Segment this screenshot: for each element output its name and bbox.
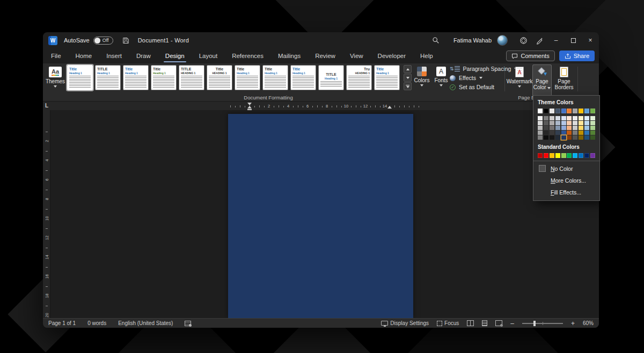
zoom-slider[interactable] [522,323,563,324]
theme-variant-swatch[interactable] [538,121,543,125]
document-canvas[interactable]: 2468101214161820 [43,110,599,318]
search-icon[interactable] [428,34,444,47]
style-set-thumbnail[interactable]: TitleHEADING 1 [207,65,232,90]
tab-home[interactable]: Home [75,50,93,62]
style-set-thumbnail[interactable]: TitleHeading 1 [235,65,260,90]
zoom-level[interactable]: 60% [583,320,594,326]
theme-variant-swatch[interactable] [573,126,577,130]
theme-variant-swatch[interactable] [573,116,577,120]
fill-effects-menu-item[interactable]: Fill Effects... [533,186,599,198]
user-avatar[interactable] [497,35,508,46]
theme-variant-swatch[interactable] [590,135,595,140]
theme-variant-swatch[interactable] [590,126,595,130]
standard-color-swatch[interactable] [544,153,548,158]
theme-variant-swatch[interactable] [567,121,572,125]
theme-variant-swatch[interactable] [561,116,566,120]
theme-color-swatch[interactable] [538,109,543,113]
theme-variant-swatch[interactable] [538,135,543,140]
tab-developer[interactable]: Developer [377,50,406,62]
style-set-thumbnail[interactable]: TitleHeading 1 [67,65,93,90]
theme-color-swatch[interactable] [579,109,583,113]
tab-mailings[interactable]: Mailings [277,50,301,62]
style-set-thumbnail[interactable]: TITLEHeading 1 [318,65,344,90]
word-count[interactable]: 0 words [87,320,106,326]
theme-variant-swatch[interactable] [555,116,560,120]
zoom-in-button[interactable]: + [571,320,575,327]
theme-variant-swatch[interactable] [579,121,583,125]
theme-color-swatch[interactable] [590,109,595,113]
tab-view[interactable]: View [349,50,364,62]
language-indicator[interactable]: English (United States) [118,320,173,326]
watermark-button[interactable]: A Watermark [508,64,531,97]
selected-color-swatch[interactable] [561,135,566,140]
theme-variant-swatch[interactable] [538,116,543,120]
style-set-thumbnail[interactable]: TitleHeading 1 [151,65,177,90]
theme-variant-swatch[interactable] [544,126,548,130]
standard-color-swatch[interactable] [573,153,577,158]
theme-color-swatch[interactable] [544,109,548,113]
tab-draw[interactable]: Draw [136,50,151,62]
close-button[interactable]: × [582,33,599,48]
style-set-thumbnail[interactable]: TitleHeading 1 [262,65,288,90]
no-color-menu-item[interactable]: No Color [533,162,599,175]
gallery-scroll-up-button[interactable] [404,65,412,73]
standard-color-swatch[interactable] [584,153,589,158]
theme-variant-swatch[interactable] [579,135,583,140]
theme-variant-swatch[interactable] [579,131,583,135]
tab-layout[interactable]: Layout [199,50,218,62]
zoom-slider-thumb[interactable] [533,321,536,326]
theme-variant-swatch[interactable] [590,121,595,125]
theme-variant-swatch[interactable] [573,121,577,125]
tab-review[interactable]: Review [314,50,336,62]
macro-record-icon[interactable] [185,321,191,326]
standard-color-swatch[interactable] [538,153,543,158]
comments-button[interactable]: Comments [506,51,554,61]
theme-variant-swatch[interactable] [550,116,554,120]
theme-variant-swatch[interactable] [584,116,589,120]
theme-variant-swatch[interactable] [550,126,554,130]
themes-button[interactable]: Aa Themes [45,64,65,97]
display-settings-button[interactable]: Display Settings [381,320,429,326]
maximize-button[interactable] [565,33,582,48]
theme-variant-swatch[interactable] [538,126,543,130]
more-colors-menu-item[interactable]: More Colors... [533,175,599,186]
theme-variant-swatch[interactable] [544,116,548,120]
theme-variant-swatch[interactable] [567,135,572,140]
tab-file[interactable]: File [50,50,62,62]
print-layout-button[interactable] [482,320,487,326]
style-set-thumbnail[interactable]: TitleHeading 1 [374,65,400,90]
page-indicator[interactable]: Page 1 of 1 [48,320,76,326]
theme-variant-swatch[interactable] [584,121,589,125]
theme-variant-swatch[interactable] [550,121,554,125]
document-page[interactable] [228,114,413,318]
theme-variant-swatch[interactable] [538,131,543,135]
standard-color-swatch[interactable] [590,153,595,158]
gallery-more-button[interactable] [404,82,412,90]
read-mode-button[interactable] [467,320,474,326]
theme-variant-swatch[interactable] [590,131,595,135]
ink-editor-pen-icon[interactable] [531,34,547,47]
theme-variant-swatch[interactable] [590,116,595,120]
theme-variant-swatch[interactable] [573,135,577,140]
theme-variant-swatch[interactable] [567,126,572,130]
tab-help[interactable]: Help [420,50,434,62]
fonts-button[interactable]: A Fonts [433,64,450,97]
user-name[interactable]: Fatima Wahab [453,37,492,44]
theme-variant-swatch[interactable] [555,126,560,130]
autosave-toggle[interactable]: Off [93,37,113,45]
theme-variant-swatch[interactable] [544,121,548,125]
theme-variant-swatch[interactable] [544,131,548,135]
zoom-out-button[interactable]: – [510,320,514,327]
theme-color-swatch[interactable] [567,109,572,113]
standard-color-swatch[interactable] [550,153,554,158]
theme-variant-swatch[interactable] [555,135,560,140]
theme-variant-swatch[interactable] [584,131,589,135]
theme-variant-swatch[interactable] [561,121,566,125]
save-icon[interactable] [120,34,133,47]
tab-design[interactable]: Design [165,50,185,62]
theme-color-swatch[interactable] [550,109,554,113]
standard-color-swatch[interactable] [567,153,572,158]
theme-variant-swatch[interactable] [550,135,554,140]
share-button[interactable]: Share [559,51,595,61]
theme-variant-swatch[interactable] [579,116,583,120]
